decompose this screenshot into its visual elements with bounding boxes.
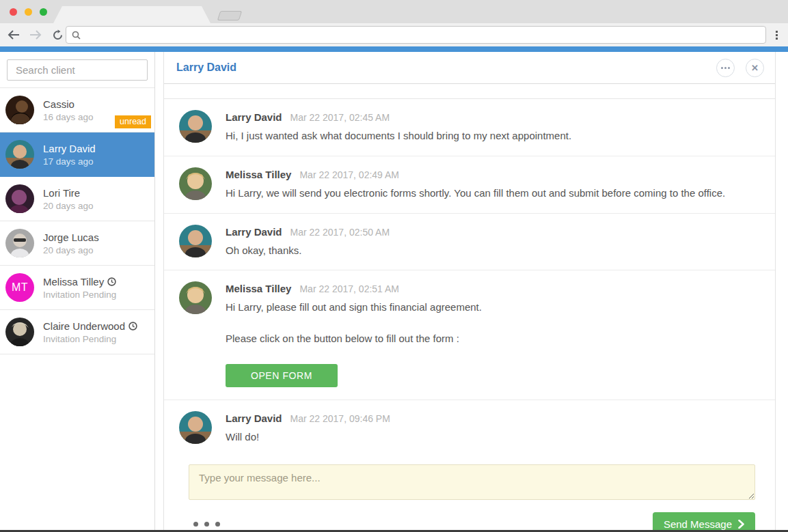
message-author: Melissa Tilley (226, 283, 291, 294)
avatar-jorge-lucas (5, 229, 34, 257)
address-bar[interactable] (66, 26, 766, 44)
client-name: Melissa Tilley (43, 276, 104, 288)
open-form-button[interactable]: OPEN FORM (226, 364, 338, 387)
more-options-button[interactable] (716, 59, 735, 77)
avatar-larry-david (179, 110, 212, 143)
minimize-window-icon[interactable] (25, 8, 32, 16)
client-row-cassio[interactable]: Cassio 16 days ago unread (0, 88, 154, 132)
compose-area: Send Message (164, 457, 775, 531)
avatar-melissa-tilley-initials: MT (5, 273, 34, 302)
client-row-larry-david[interactable]: Larry David 17 days ago (0, 132, 154, 177)
message-timestamp: Mar 22 2017, 02:45 AM (290, 112, 390, 123)
client-list: Cassio 16 days ago unread Larry David 17… (0, 87, 154, 354)
message-text: Oh okay, thanks. (226, 243, 390, 258)
avatar-melissa-tilley (179, 281, 212, 314)
message-author: Melissa Tilley (226, 169, 291, 180)
message-text: Please click on the button below to fill… (226, 331, 482, 346)
search-icon (72, 31, 81, 40)
back-button[interactable] (5, 27, 22, 43)
window-controls (10, 8, 47, 16)
client-meta: 16 days ago (43, 112, 94, 122)
message-author: Larry David (226, 111, 282, 123)
browser-toolbar (0, 23, 788, 46)
client-row-claire-underwood[interactable]: Claire Underwood Invitation Pending (0, 310, 154, 354)
avatar-larry-david (5, 140, 34, 169)
avatar-lori-tire (5, 184, 34, 213)
address-input[interactable] (85, 30, 760, 40)
avatar-melissa-tilley (179, 167, 212, 200)
chat-panel: Larry David ✕ (163, 52, 776, 530)
message-timestamp: Mar 22 2017, 09:46 PM (290, 413, 390, 424)
avatar-larry-david (179, 411, 212, 444)
maximize-window-icon[interactable] (40, 8, 47, 16)
message: Melissa Tilley Mar 22 2017, 02:49 AM Hi … (164, 156, 775, 214)
browser-menu-icon[interactable] (770, 29, 783, 41)
browser-tab[interactable] (53, 6, 210, 23)
client-name: Lori Tire (43, 187, 94, 199)
avatar-claire-underwood (5, 318, 34, 346)
client-meta: Invitation Pending (43, 334, 137, 344)
avatar-cassio (5, 96, 34, 124)
message-timestamp: Mar 22 2017, 02:50 AM (290, 227, 390, 238)
chevron-right-icon (738, 520, 744, 529)
client-meta: Invitation Pending (43, 290, 116, 300)
search-client-input[interactable] (7, 59, 148, 81)
pending-clock-icon (107, 277, 116, 286)
client-name: Cassio (43, 98, 94, 110)
message-input[interactable] (189, 464, 755, 500)
new-tab-button[interactable] (217, 11, 243, 20)
message-list: Larry David Mar 22 2017, 02:45 AM Hi, I … (164, 98, 775, 457)
reload-button[interactable] (49, 27, 66, 43)
close-icon: ✕ (751, 64, 759, 72)
unread-badge: unread (115, 115, 151, 128)
client-meta: 17 days ago (43, 156, 96, 167)
chat-area: Larry David ✕ (155, 52, 788, 530)
pending-clock-icon (128, 322, 137, 331)
browser-tabstrip (0, 0, 788, 23)
client-row-lori-tire[interactable]: Lori Tire 20 days ago (0, 177, 154, 221)
message-author: Larry David (226, 412, 282, 424)
message-text: Will do! (226, 430, 390, 445)
message-text: Hi Larry, we will send you electronic fo… (226, 186, 725, 201)
send-message-button[interactable]: Send Message (653, 512, 755, 531)
chat-header: Larry David ✕ (164, 52, 775, 84)
avatar-larry-david (179, 225, 212, 257)
message-text: Hi, I just wanted ask what documents I s… (226, 128, 571, 143)
message: Melissa Tilley Mar 22 2017, 02:51 AM Hi … (164, 270, 775, 400)
client-name: Claire Underwood (43, 320, 125, 332)
send-message-label: Send Message (664, 518, 732, 530)
typing-indicator-icon (193, 522, 220, 527)
client-sidebar: Cassio 16 days ago unread Larry David 17… (0, 52, 155, 530)
client-name: Jorge Lucas (43, 232, 99, 243)
accent-bar (0, 46, 788, 52)
client-meta: 20 days ago (43, 245, 99, 255)
message-timestamp: Mar 22 2017, 02:49 AM (299, 169, 399, 180)
forward-button[interactable] (27, 27, 44, 43)
client-row-melissa-tilley[interactable]: MT Melissa Tilley Invitation Pending (0, 266, 154, 310)
message-text: Hi Larry, please fill out and sign this … (226, 300, 482, 315)
client-row-jorge-lucas[interactable]: Jorge Lucas 20 days ago (0, 221, 154, 266)
ellipsis-icon (721, 67, 730, 69)
close-window-icon[interactable] (10, 8, 17, 16)
chat-title: Larry David (176, 61, 236, 74)
message: Larry David Mar 22 2017, 09:46 PM Will d… (164, 400, 775, 457)
browser-window: Cassio 16 days ago unread Larry David 17… (0, 0, 788, 532)
message-timestamp: Mar 22 2017, 02:51 AM (299, 283, 399, 294)
client-meta: 20 days ago (43, 201, 94, 211)
close-conversation-button[interactable]: ✕ (746, 59, 764, 77)
message: Larry David Mar 22 2017, 02:45 AM Hi, I … (164, 99, 775, 156)
client-name: Larry David (43, 143, 96, 154)
message: Larry David Mar 22 2017, 02:50 AM Oh oka… (164, 214, 775, 271)
message-author: Larry David (226, 226, 282, 238)
